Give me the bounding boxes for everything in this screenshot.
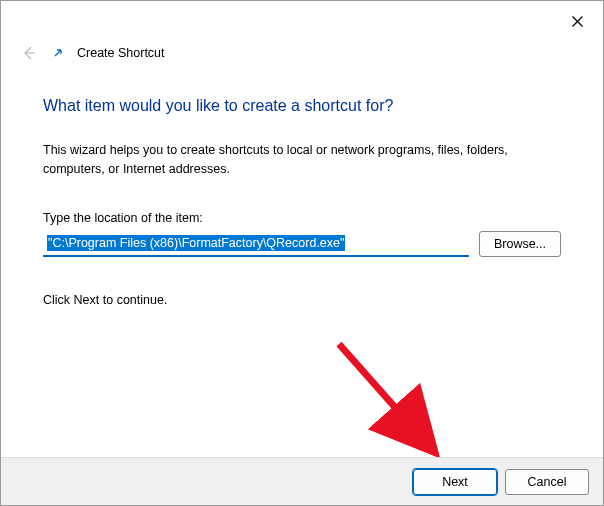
- wizard-title: Create Shortcut: [77, 46, 165, 60]
- close-icon: [572, 16, 583, 27]
- back-button[interactable]: [19, 43, 39, 63]
- continue-hint: Click Next to continue.: [43, 293, 561, 307]
- wizard-header: Create Shortcut: [1, 39, 603, 73]
- back-arrow-icon: [21, 45, 37, 61]
- next-button[interactable]: Next: [413, 469, 497, 495]
- cancel-button[interactable]: Cancel: [505, 469, 589, 495]
- wizard-footer: Next Cancel: [1, 457, 603, 505]
- annotation-arrow: [331, 336, 461, 466]
- page-heading: What item would you like to create a sho…: [43, 97, 561, 115]
- location-input[interactable]: "C:\Program Files (x86)\FormatFactory\QR…: [43, 231, 469, 257]
- svg-line-3: [339, 344, 431, 448]
- wizard-content: What item would you like to create a sho…: [1, 73, 603, 307]
- location-input-value: "C:\Program Files (x86)\FormatFactory\QR…: [47, 235, 345, 251]
- shortcut-icon: [51, 46, 65, 60]
- titlebar: [1, 1, 603, 39]
- close-button[interactable]: [565, 9, 589, 33]
- browse-button[interactable]: Browse...: [479, 231, 561, 257]
- location-row: "C:\Program Files (x86)\FormatFactory\QR…: [43, 231, 561, 257]
- wizard-description: This wizard helps you to create shortcut…: [43, 141, 561, 179]
- location-label: Type the location of the item:: [43, 211, 561, 225]
